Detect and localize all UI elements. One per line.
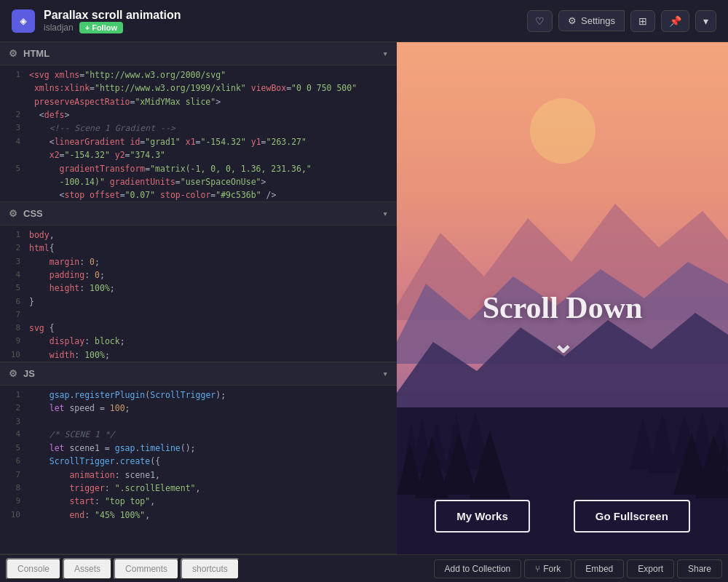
code-line: 3 <!-- Scene 1 Gradient --> (0, 121, 397, 135)
pin-button[interactable]: 📌 (661, 10, 689, 32)
settings-group: ⚙ Settings (558, 10, 625, 31)
preview-scene: Scroll Down ⌄ My Works Go Fullscreen (397, 42, 728, 554)
my-works-button[interactable]: My Works (435, 500, 530, 533)
export-button[interactable]: Export (627, 559, 674, 578)
dropdown-button[interactable]: ▾ (695, 10, 716, 32)
code-line: xmlns:xlink="http://www.w3.org/1999/xlin… (0, 81, 397, 95)
svg-point-21 (530, 98, 596, 164)
tab-assets[interactable]: Assets (63, 558, 112, 580)
code-line: 9 display: block; (0, 335, 397, 348)
tab-console[interactable]: Console (6, 558, 61, 580)
heart-icon: ♡ (535, 15, 545, 27)
header-left: ◈ Parallax scroll animation isladjan + F… (12, 9, 181, 33)
code-line: 4 /* SCENE 1 */ (0, 428, 397, 441)
code-line: 5 gradientTransform="matrix(-1, 0, 0, 1.… (0, 162, 397, 175)
code-line: 6 } (0, 295, 397, 308)
main-content: ⚙ HTML ▾ 1 <svg xmlns="http://www.w3.org… (0, 42, 728, 554)
chevron-down-icon: ▾ (703, 15, 708, 27)
code-line: 4 padding: 0; (0, 268, 397, 282)
scroll-down-text: Scroll Down ⌄ (483, 290, 643, 357)
preview-panel: Scroll Down ⌄ My Works Go Fullscreen (397, 42, 728, 554)
code-line: 5 height: 100%; (0, 282, 397, 295)
css-panel: ⚙ CSS ▾ 1 body, 2 html{ 3 margin: 0; (0, 202, 397, 362)
html-collapse-icon[interactable]: ▾ (382, 48, 388, 59)
css-header: ⚙ CSS ▾ (0, 202, 397, 226)
css-collapse-icon[interactable]: ▾ (382, 208, 388, 219)
grid-icon: ⊞ (638, 15, 647, 27)
js-collapse-icon[interactable]: ▾ (382, 368, 388, 379)
go-fullscreen-button[interactable]: Go Fullscreen (574, 500, 690, 533)
code-line: 2 let speed = 100; (0, 402, 397, 415)
gear-icon: ⚙ (568, 15, 577, 26)
heart-button[interactable]: ♡ (527, 10, 553, 32)
fork-icon: ⑂ (535, 564, 540, 574)
grid-button[interactable]: ⊞ (630, 10, 655, 32)
scroll-chevron-icon: ⌄ (483, 331, 643, 357)
code-line: 5 let scene1 = gsap.timeline(); (0, 442, 397, 455)
html-code[interactable]: 1 <svg xmlns="http://www.w3.org/2000/svg… (0, 65, 397, 202)
follow-button[interactable]: + Follow (79, 22, 123, 33)
code-line: -100.14)" gradientUnits="userSpaceOnUse"… (0, 175, 397, 188)
code-line: 8 svg { (0, 322, 397, 335)
code-line: 3 (0, 415, 397, 428)
settings-button[interactable]: ⚙ Settings (558, 10, 625, 31)
code-line: 8 trigger: ".scrollElement", (0, 482, 397, 495)
js-title: ⚙ JS (9, 368, 35, 379)
preview-buttons: My Works Go Fullscreen (397, 500, 728, 533)
code-line: x2="-154.32" y2="374.3" (0, 148, 397, 162)
code-line: 7 animation: scene1, (0, 469, 397, 482)
fork-button[interactable]: ⑂ Fork (524, 559, 571, 578)
header-controls: ♡ ⚙ Settings ⊞ 📌 ▾ (527, 10, 716, 32)
code-line: 7 (0, 308, 397, 322)
code-line: 1 <svg xmlns="http://www.w3.org/2000/svg… (0, 68, 397, 81)
code-line: preserveAspectRatio="xMidYMax slice"> (0, 95, 397, 108)
code-line: 10 width: 100%; (0, 348, 397, 362)
code-line: 10 end: "45% 100%", (0, 509, 397, 522)
code-line: 6 ScrollTrigger.create({ (0, 455, 397, 468)
tab-shortcuts[interactable]: shortcuts (181, 558, 240, 580)
header-title: Parallax scroll animation isladjan + Fol… (44, 9, 181, 33)
css-gear-icon[interactable]: ⚙ (9, 208, 17, 219)
author-row: isladjan + Follow (44, 22, 181, 33)
footer-tabs: Console Assets Comments shortcuts (6, 558, 240, 580)
header: ◈ Parallax scroll animation isladjan + F… (0, 0, 728, 42)
add-to-collection-button[interactable]: Add to Collection (434, 559, 522, 578)
embed-button[interactable]: Embed (574, 559, 624, 578)
code-line: 1 body, (0, 228, 397, 242)
html-panel: ⚙ HTML ▾ 1 <svg xmlns="http://www.w3.org… (0, 42, 397, 202)
css-code[interactable]: 1 body, 2 html{ 3 margin: 0; 4 padding: … (0, 226, 397, 362)
css-title: ⚙ CSS (9, 208, 43, 219)
js-header: ⚙ JS ▾ (0, 362, 397, 386)
code-line: 9 start: "top top", (0, 495, 397, 508)
pin-icon: 📌 (669, 15, 681, 27)
project-title: Parallax scroll animation (44, 9, 181, 22)
left-panel: ⚙ HTML ▾ 1 <svg xmlns="http://www.w3.org… (0, 42, 397, 554)
author-name: isladjan (44, 23, 74, 33)
code-line: 3 margin: 0; (0, 255, 397, 268)
js-gear-icon[interactable]: ⚙ (9, 368, 17, 379)
share-button[interactable]: Share (677, 559, 722, 578)
footer: Console Assets Comments shortcuts Add to… (0, 554, 728, 582)
js-panel: ⚙ JS ▾ 1 gsap.registerPlugin(ScrollTrigg… (0, 362, 397, 554)
code-line: 1 gsap.registerPlugin(ScrollTrigger); (0, 388, 397, 402)
logo-icon: ◈ (12, 9, 35, 33)
js-code[interactable]: 1 gsap.registerPlugin(ScrollTrigger); 2 … (0, 386, 397, 554)
html-gear-icon[interactable]: ⚙ (9, 48, 17, 59)
tab-comments[interactable]: Comments (114, 558, 179, 580)
footer-actions: Add to Collection ⑂ Fork Embed Export Sh… (434, 559, 722, 578)
html-title: ⚙ HTML (9, 48, 50, 59)
code-line: 2 <defs> (0, 108, 397, 121)
code-line: 4 <linearGradient id="grad1" x1="-154.32… (0, 135, 397, 148)
code-line: 2 html{ (0, 242, 397, 255)
code-line: <stop offset="0.07" stop-color="#9c536b"… (0, 188, 397, 202)
html-header: ⚙ HTML ▾ (0, 42, 397, 65)
